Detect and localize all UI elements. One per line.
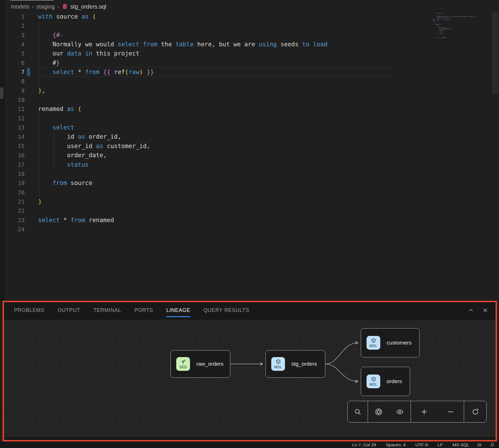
line-number: 14 xyxy=(5,132,25,141)
code-line-6[interactable]: 6 #} xyxy=(5,58,499,67)
tab-ports[interactable]: PORTS xyxy=(134,307,153,313)
breadcrumb-separator: › xyxy=(32,3,33,10)
tab-lineage[interactable]: LINEAGE xyxy=(166,307,190,313)
maximize-panel-chevron-icon[interactable] xyxy=(468,307,474,313)
line-number: 4 xyxy=(5,40,25,49)
code-line-11[interactable]: 11renamed as ( xyxy=(5,104,499,114)
search-button[interactable] xyxy=(348,401,368,422)
code-line-14[interactable]: 14 id as order_id, xyxy=(5,132,499,141)
line-number: 13 xyxy=(5,123,25,132)
code-line-7[interactable]: 7 select * from {{ ref(raw) }} xyxy=(5,67,499,77)
code-line-20[interactable]: 20 xyxy=(5,188,499,197)
code-line-1[interactable]: 1with source as ( xyxy=(5,12,499,21)
line-number: 17 xyxy=(5,160,25,169)
node-badge: MDL xyxy=(367,375,380,388)
node-badge-label: MDL xyxy=(274,365,282,369)
line-number: 1 xyxy=(5,12,25,21)
line-number: 3 xyxy=(5,31,25,40)
code-text: select * from {{ ref(raw) }} xyxy=(38,67,154,77)
code-line-23[interactable]: 23select * from renamed xyxy=(5,216,499,225)
code-line-2[interactable]: 2 xyxy=(5,21,499,30)
zoom-in-button[interactable] xyxy=(411,401,437,422)
breadcrumb-item-models[interactable]: models xyxy=(11,3,29,10)
node-label: customers xyxy=(387,340,412,346)
code-line-19[interactable]: 19 from source xyxy=(5,178,499,188)
lineage-canvas[interactable]: SEDraw_ordersMDLstg_ordersMDLcustomersMD… xyxy=(3,320,497,437)
code-line-9[interactable]: 9), xyxy=(5,86,499,95)
code-line-12[interactable]: 12 xyxy=(5,114,499,123)
line-number: 18 xyxy=(5,169,25,178)
code-text: renamed as ( xyxy=(38,104,82,114)
code-line-5[interactable]: 5 our data in this project xyxy=(5,49,499,58)
preview-button[interactable] xyxy=(389,401,411,422)
line-number: 8 xyxy=(5,77,25,86)
tab-output[interactable]: OUTPUT xyxy=(58,307,80,313)
lineage-node-stg_orders[interactable]: MDLstg_orders xyxy=(266,350,325,378)
copilot-icon[interactable] xyxy=(477,442,482,447)
line-number: 7 xyxy=(5,67,25,77)
node-label: stg_orders xyxy=(291,361,317,367)
notifications-bell-icon[interactable] xyxy=(490,442,495,447)
node-badge-label: MDL xyxy=(369,344,377,348)
node-badge-label: SED xyxy=(179,365,187,369)
left-scroll-indicator[interactable] xyxy=(0,87,3,99)
code-text: ), xyxy=(38,86,45,95)
code-line-18[interactable]: 18 xyxy=(5,169,499,178)
code-text: from source xyxy=(38,178,92,188)
status-encoding[interactable]: UTF-8 xyxy=(415,442,428,447)
node-badge-label: MDL xyxy=(369,383,377,387)
minimap[interactable]: with source as ( {#- Normally we would s… xyxy=(435,13,492,40)
status-cursor-position[interactable]: Ln 7, Col 29 xyxy=(352,442,376,447)
line-number: 19 xyxy=(5,178,25,188)
lineage-node-customers[interactable]: MDLcustomers xyxy=(361,328,419,357)
code-text: {#- xyxy=(38,31,64,40)
line-number: 15 xyxy=(5,142,25,151)
line-number: 12 xyxy=(5,114,25,123)
status-indentation[interactable]: Spaces: 4 xyxy=(386,442,405,447)
code-line-21[interactable]: 21) xyxy=(5,197,499,206)
code-line-17[interactable]: 17 status xyxy=(5,160,499,169)
code-line-4[interactable]: 4 Normally we would select from the tabl… xyxy=(5,40,499,49)
breadcrumb-file-name[interactable]: stg_orders.sql xyxy=(70,3,106,10)
code-line-3[interactable]: 3 {#- xyxy=(5,31,499,40)
status-language-mode[interactable]: MS SQL xyxy=(452,442,469,447)
vscode-window: models › staging › stg_orders.sql 1with … xyxy=(0,0,499,448)
zoom-out-button[interactable] xyxy=(437,401,464,422)
database-file-icon xyxy=(62,4,68,10)
lineage-node-raw_orders[interactable]: SEDraw_orders xyxy=(171,350,230,378)
code-line-8[interactable]: 8 xyxy=(5,77,499,86)
line-number: 6 xyxy=(5,58,25,67)
code-line-13[interactable]: 13 select xyxy=(5,123,499,132)
minimap-modified-marker xyxy=(433,19,434,21)
code-text: status xyxy=(38,160,89,169)
panel-tab-bar: PROBLEMSOUTPUTTERMINALPORTSLINEAGEQUERY … xyxy=(3,301,497,320)
code-line-15[interactable]: 15 user_id as customer_id, xyxy=(5,142,499,151)
close-panel-icon[interactable] xyxy=(482,307,488,313)
capture-button[interactable] xyxy=(368,401,389,422)
editor-tab-edge-fragment xyxy=(10,0,54,1)
node-label: orders xyxy=(387,378,402,385)
seedling-icon xyxy=(180,359,186,365)
refresh-button[interactable] xyxy=(464,401,486,422)
code-line-10[interactable]: 10 xyxy=(5,95,499,104)
code-editor[interactable]: 1with source as (23 {#-4 Normally we wou… xyxy=(5,12,499,241)
status-eol[interactable]: LF xyxy=(437,442,443,447)
breadcrumb-item-staging[interactable]: staging xyxy=(36,3,55,10)
line-number: 5 xyxy=(5,49,25,58)
tab-query-results[interactable]: QUERY RESULTS xyxy=(203,307,249,313)
code-text: order_date, xyxy=(38,151,107,160)
status-bar: Ln 7, Col 29Spaces: 4UTF-8LFMS SQL xyxy=(0,441,499,448)
cube-icon xyxy=(371,376,377,382)
code-text: id as order_id, xyxy=(38,132,121,141)
code-text: user_id as customer_id, xyxy=(38,142,150,151)
lineage-node-orders[interactable]: MDLorders xyxy=(361,367,410,396)
code-line-16[interactable]: 16 order_date, xyxy=(5,151,499,160)
line-number: 10 xyxy=(5,95,25,104)
tab-problems[interactable]: PROBLEMS xyxy=(14,307,44,313)
edge-stg_orders-orders xyxy=(325,364,358,381)
tab-terminal[interactable]: TERMINAL xyxy=(93,307,121,313)
code-line-24[interactable]: 24 xyxy=(5,225,499,234)
code-line-22[interactable]: 22 xyxy=(5,206,499,215)
cube-icon xyxy=(371,338,377,344)
editor-scrollbar[interactable] xyxy=(492,12,498,93)
